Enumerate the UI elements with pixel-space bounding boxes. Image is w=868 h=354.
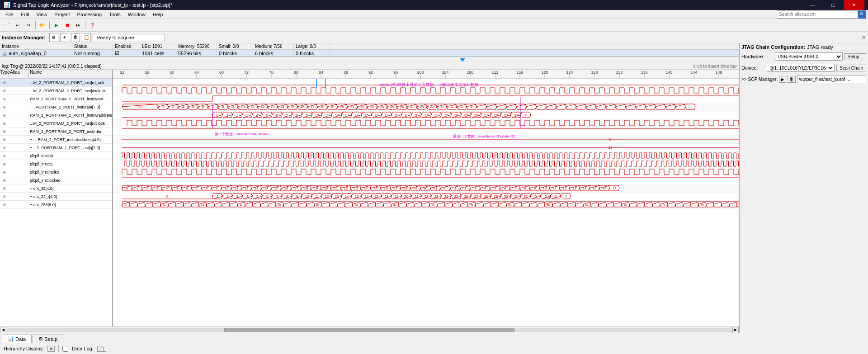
open-button[interactable]: 📂	[38, 20, 47, 30]
svg-text:64: 64	[194, 70, 199, 75]
play-button[interactable]: ▶	[52, 20, 61, 30]
tab-setup[interactable]: ⚙ Setup	[33, 335, 63, 343]
sof-delete-button[interactable]: 🗑	[788, 76, 796, 83]
svg-text:92: 92	[368, 70, 373, 75]
signal-name: ...M_2_PORT:RAM_2_PORT_inst|rdclock	[29, 121, 112, 126]
scan-chain-button[interactable]: Scan Chain	[836, 65, 866, 71]
timeline: 5256606468727680848892961001041081121161…	[113, 70, 739, 79]
hardware-select[interactable]: USB-Blaster [USB-0]	[775, 52, 843, 61]
inst-delete-btn[interactable]: 🗑	[71, 33, 80, 42]
sof-program-button[interactable]: ▶	[779, 76, 786, 83]
menu-tools[interactable]: Tools	[105, 10, 124, 19]
inst-add-btn[interactable]: +	[60, 33, 69, 42]
menu-processing[interactable]: Processing	[74, 10, 105, 19]
help-button[interactable]: ❓	[87, 20, 97, 30]
signal-row[interactable]: ⊕ ...M_2_PORT:RAM_2_PORT_inst|wrclock	[0, 87, 112, 95]
col-medium: Medium: 7/56	[253, 43, 294, 49]
svg-text:65: 65	[624, 203, 627, 206]
menu-edit[interactable]: Edit	[17, 10, 33, 19]
signal-row[interactable]: ⊕ + ...2_PORT:RAM_2_PORT_inst|q[7.0]	[0, 144, 112, 152]
menu-project[interactable]: Project	[51, 10, 73, 19]
search-input[interactable]	[777, 10, 858, 19]
new-button[interactable]: 📄	[2, 20, 12, 30]
redo-button[interactable]: ↪	[24, 20, 33, 30]
svg-text:50: 50	[509, 203, 512, 206]
signal-row[interactable]: ⊕ pll:pll_inst|c1	[0, 160, 112, 168]
signal-row[interactable]: ⊕ + cnt_32_r[4.0]	[0, 193, 112, 201]
signal-row[interactable]: ⊕ + cnt_32[4.0]	[0, 184, 112, 193]
data-log-button[interactable]: 📋	[97, 346, 106, 352]
menu-window[interactable]: Window	[124, 10, 149, 19]
signal-type-icon: ⊕	[0, 170, 9, 175]
svg-rect-74	[113, 144, 739, 152]
menu-help[interactable]: Help	[149, 10, 167, 19]
signal-row[interactable]: ⊕ RAM_2_PORT:RAM_2_PORT_inst|wraddress[4…	[0, 111, 112, 119]
maximize-button[interactable]: □	[823, 0, 844, 10]
svg-text:104: 104	[442, 70, 448, 75]
scrollbar-track[interactable]	[6, 328, 732, 332]
signal-row[interactable]: ⊕ pll:pll_inst|c0	[0, 152, 112, 160]
menu-file[interactable]: File	[2, 10, 17, 19]
tab-setup-icon: ⚙	[38, 336, 43, 342]
signal-rows-container: ⊕ ...M_2_PORT:RAM_2_PORT_inst|rd_aclr ⊕ …	[0, 79, 112, 209]
signal-row[interactable]: ⊕ ...M_2_PORT:RAM_2_PORT_inst|rdclock	[0, 119, 112, 127]
svg-text:45: 45	[470, 203, 473, 206]
svg-text:128: 128	[591, 70, 598, 75]
svg-text:140: 140	[665, 70, 672, 75]
signal-type-icon: ⊕	[0, 194, 9, 199]
signal-name: pll:pll_inst|c0	[29, 154, 112, 158]
instance-enabled: ☑	[113, 50, 140, 57]
signal-row[interactable]: ⊕ + ..PORT:RAM_2_PORT_inst|data[7.0]	[0, 103, 112, 111]
device-label: Device:	[741, 65, 765, 71]
col-type-header: Type	[0, 70, 9, 78]
svg-rect-67	[113, 87, 739, 95]
signal-name: pll:pll_inst|inclk0	[29, 170, 112, 175]
menu-view[interactable]: View	[33, 10, 51, 19]
svg-text:31: 31	[524, 113, 528, 117]
stop-button[interactable]: ⏹	[62, 20, 72, 30]
toolbar-separator-1	[35, 21, 36, 29]
signal-row[interactable]: ⊕ + ...:RAM_2_PORT_inst|rdaddress[4.0]	[0, 136, 112, 144]
instance-manager-close[interactable]: ✕	[862, 34, 866, 41]
tab-data[interactable]: 📊 Data	[2, 335, 32, 343]
col-name-header: Name	[29, 70, 112, 78]
svg-text:148: 148	[715, 70, 722, 75]
svg-text:33: 33	[609, 146, 613, 150]
scroll-right-btn[interactable]: ▶	[732, 327, 739, 333]
signal-row[interactable]: ⊕ + cnt_256[8.0]	[0, 201, 112, 209]
signal-row[interactable]: ⊕ pll:pll_inst|locked	[0, 176, 112, 184]
svg-text:0: 0	[166, 194, 169, 198]
svg-text:120: 120	[541, 70, 548, 75]
signal-type-icon: ⊕	[0, 146, 9, 150]
scroll-left-btn[interactable]: ◀	[0, 327, 6, 333]
svg-text:30: 30	[355, 203, 358, 206]
waveform-display: 5256606468727680848892961001041081121161…	[113, 70, 739, 326]
status-display: Ready to acquire	[93, 34, 165, 41]
signal-type-icon: ⊕	[0, 121, 9, 126]
svg-text:132: 132	[616, 70, 623, 75]
scrollbar-thumb[interactable]	[224, 328, 514, 332]
search-icon[interactable]: 🔍	[858, 10, 866, 19]
setup-button[interactable]: Setup...	[844, 53, 866, 60]
signal-row[interactable]: ⊕ pll:pll_inst|inclk0	[0, 168, 112, 176]
col-status: Status	[72, 43, 113, 49]
toolbar-separator-2	[49, 21, 50, 29]
close-button[interactable]: ✕	[844, 0, 864, 10]
signal-row[interactable]: ⊕ RAM_2_PORT:RAM_2_PORT_inst|rden	[0, 127, 112, 136]
inst-duplicate-btn[interactable]: 📋	[82, 33, 91, 42]
inst-config-btn[interactable]: ⚙	[49, 33, 58, 42]
device-select[interactable]: @1: 10CL016(Y|Z)/EP3C16/EP...	[767, 64, 835, 72]
signal-type-icon: ⊕	[0, 89, 9, 93]
svg-rect-78	[113, 176, 739, 184]
undo-button[interactable]: ↩	[13, 20, 23, 30]
minimize-button[interactable]: —	[802, 0, 823, 10]
data-log-checkbox[interactable]	[62, 346, 68, 352]
signal-name: + ...2_PORT:RAM_2_PORT_inst|q[7.0]	[29, 146, 112, 150]
step-button[interactable]: ⏭	[73, 20, 83, 30]
hierarchy-close-button[interactable]: ✕	[47, 346, 55, 352]
log-info-text: log: Trig @ 2022/09/22 14:37:41 (0:0:0.1…	[2, 64, 102, 69]
svg-text:68: 68	[219, 70, 224, 75]
signal-name: RAM_2_PORT:RAM_2_PORT_inst|wren	[29, 97, 112, 101]
signal-row[interactable]: ⊕ RAM_2_PORT:RAM_2_PORT_inst|wren	[0, 95, 112, 103]
signal-row[interactable]: ⊕ ...M_2_PORT:RAM_2_PORT_inst|rd_aclr	[0, 79, 112, 87]
